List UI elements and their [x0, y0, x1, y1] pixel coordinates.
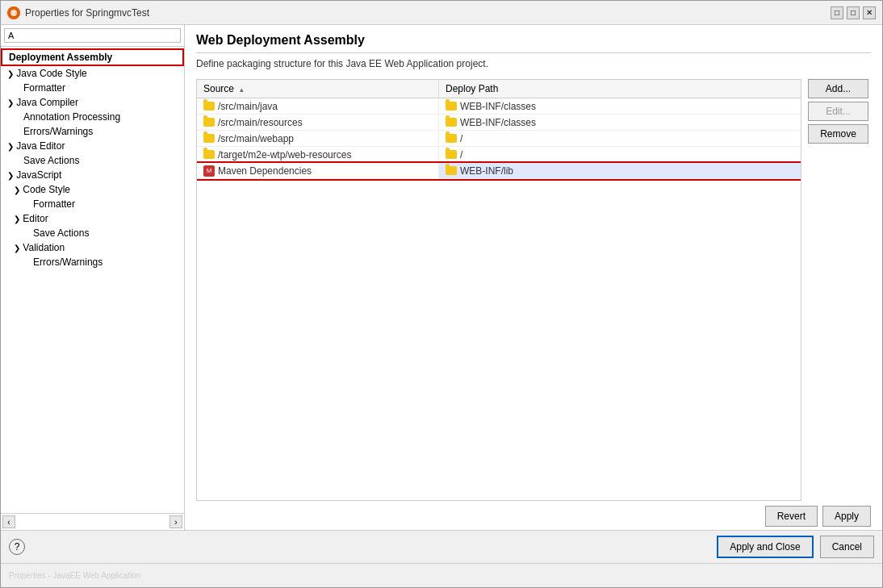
scroll-left-button[interactable]: ‹: [2, 515, 15, 528]
sidebar-search-input[interactable]: [4, 28, 181, 43]
sidebar-item-save-actions-js[interactable]: Save Actions: [1, 226, 184, 240]
sidebar-item-formatter-java[interactable]: Formatter: [1, 81, 184, 95]
table-row[interactable]: /src/main/java WEB-INF/classes: [197, 98, 801, 115]
table-row[interactable]: /target/m2e-wtp/web-resources /: [197, 147, 801, 163]
folder-icon: [446, 118, 457, 127]
sidebar-item-editor-js[interactable]: ❯ Editor: [1, 211, 184, 226]
revert-button[interactable]: Revert: [765, 506, 818, 527]
row3-deploy: /: [439, 147, 801, 162]
sort-arrow: ▴: [240, 85, 244, 94]
folder-icon: [203, 102, 215, 111]
minimize-button[interactable]: □: [831, 6, 843, 19]
window-title: Properties for SpringmvcTest: [25, 7, 149, 19]
row1-source: /src/main/resources: [197, 115, 439, 130]
table-body: /src/main/java WEB-INF/classes /src/main…: [197, 98, 801, 500]
folder-icon: [203, 134, 215, 143]
sidebar-item-formatter-js[interactable]: Formatter: [1, 197, 184, 211]
row3-source: /target/m2e-wtp/web-resources: [197, 147, 439, 162]
revert-apply-row: Revert Apply: [185, 501, 882, 530]
app-icon: [7, 6, 20, 19]
panel-header: Web Deployment Assembly Define packaging…: [185, 25, 882, 79]
folder-icon: [446, 166, 457, 175]
row0-deploy: WEB-INF/classes: [439, 98, 801, 114]
apply-button[interactable]: Apply: [822, 506, 871, 527]
sidebar: Deployment Assembly ❯ Java Code Style Fo…: [1, 25, 185, 530]
sidebar-item-java-compiler[interactable]: ❯ Java Compiler: [1, 95, 184, 110]
sidebar-item-validation[interactable]: ❯ Validation: [1, 240, 184, 255]
folder-icon: [446, 102, 457, 111]
table-row-selected[interactable]: M Maven Dependencies WEB-INF/lib: [197, 163, 801, 179]
sidebar-item-java-editor[interactable]: ❯ Java Editor: [1, 139, 184, 153]
table-row[interactable]: /src/main/webapp /: [197, 131, 801, 147]
folder-icon: [203, 118, 215, 127]
row2-source: /src/main/webapp: [197, 131, 439, 146]
bottom-dialog-row: ? Apply and Close Cancel: [1, 530, 882, 563]
deploy-column-header: Deploy Path: [439, 80, 801, 98]
row2-deploy: /: [439, 131, 801, 146]
panel-action-buttons: Add... Edit... Remove: [801, 79, 871, 501]
source-column-header: Source ▴: [197, 80, 439, 98]
row1-deploy: WEB-INF/classes: [439, 115, 801, 130]
sidebar-scroll-controls: ‹ ›: [1, 513, 184, 530]
sidebar-item-javascript[interactable]: ❯ JavaScript: [1, 168, 184, 182]
panel-description: Define packaging structure for this Java…: [196, 58, 871, 74]
maven-icon: M: [203, 165, 215, 177]
help-button[interactable]: ?: [9, 539, 25, 555]
sidebar-item-save-actions-java[interactable]: Save Actions: [1, 153, 184, 168]
sidebar-tree: Deployment Assembly ❯ Java Code Style Fo…: [1, 47, 184, 513]
sidebar-item-java-code-style[interactable]: ❯ Java Code Style: [1, 66, 184, 81]
close-button[interactable]: ✕: [863, 6, 876, 19]
maximize-button[interactable]: □: [847, 6, 860, 19]
table-header: Source ▴ Deploy Path: [197, 80, 801, 98]
sidebar-search-area: [1, 25, 184, 47]
panel-title: Web Deployment Assembly: [196, 33, 871, 53]
sidebar-item-annotation-processing[interactable]: Annotation Processing: [1, 110, 184, 124]
panel-body: Source ▴ Deploy Path /src/main/java: [185, 79, 882, 501]
add-button[interactable]: Add...: [808, 79, 868, 98]
right-panel: Web Deployment Assembly Define packaging…: [185, 25, 882, 530]
edit-button[interactable]: Edit...: [808, 102, 868, 121]
status-bar: Properties - JavaEE Web Application: [1, 563, 882, 587]
sidebar-item-deployment-assembly[interactable]: Deployment Assembly: [1, 48, 184, 66]
row4-source: M Maven Dependencies: [197, 163, 439, 178]
cancel-button[interactable]: Cancel: [820, 536, 874, 558]
sidebar-item-errors-warnings-js[interactable]: Errors/Warnings: [1, 255, 184, 269]
folder-icon: [446, 150, 457, 159]
properties-window: Properties for SpringmvcTest □ □ ✕ Deplo…: [0, 0, 883, 588]
remove-button[interactable]: Remove: [808, 124, 868, 144]
apply-and-close-button[interactable]: Apply and Close: [717, 536, 813, 558]
bottom-dialog-buttons: Apply and Close Cancel: [717, 536, 874, 558]
row4-deploy: WEB-INF/lib: [439, 163, 801, 178]
folder-icon: [203, 150, 215, 159]
row0-source: /src/main/java: [197, 98, 439, 114]
assembly-table: Source ▴ Deploy Path /src/main/java: [196, 79, 801, 501]
title-bar: Properties for SpringmvcTest □ □ ✕: [1, 1, 882, 25]
scroll-right-button[interactable]: ›: [169, 515, 182, 528]
main-content: Deployment Assembly ❯ Java Code Style Fo…: [1, 25, 882, 530]
svg-point-0: [10, 10, 17, 16]
sidebar-item-errors-warnings-java[interactable]: Errors/Warnings: [1, 124, 184, 139]
folder-icon: [446, 134, 457, 143]
table-row[interactable]: /src/main/resources WEB-INF/classes: [197, 115, 801, 131]
sidebar-item-code-style[interactable]: ❯ Code Style: [1, 182, 184, 197]
